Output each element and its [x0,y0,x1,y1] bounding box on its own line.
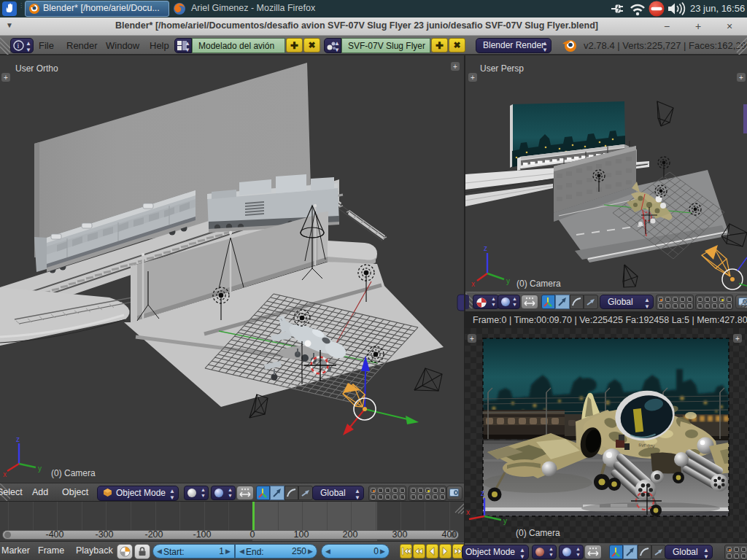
svg-text:+: + [471,74,475,82]
svg-text:(0) Camera: (0) Camera [516,528,560,538]
svg-text:+: + [735,335,740,343]
svg-text:x: x [466,508,470,516]
svg-text:i: i [18,42,20,50]
svg-text:(0) Camera: (0) Camera [516,279,561,289]
svg-text:+: + [470,335,474,343]
svg-text:User Ortho: User Ortho [15,63,58,74]
svg-text:y: y [38,464,42,472]
svg-text:+: + [4,74,8,82]
svg-text:z: z [16,435,20,443]
svg-text:y: y [506,277,510,285]
svg-text:z: z [484,244,487,252]
svg-text:x: x [3,470,7,478]
svg-text:+: + [739,74,743,82]
svg-text:z: z [481,489,484,497]
svg-text:User Persp: User Persp [480,63,524,74]
svg-text:x: x [471,280,475,288]
svg-text:+: + [453,63,457,71]
svg-text:(0) Camera: (0) Camera [51,468,96,478]
svg-text:y: y [503,517,507,525]
